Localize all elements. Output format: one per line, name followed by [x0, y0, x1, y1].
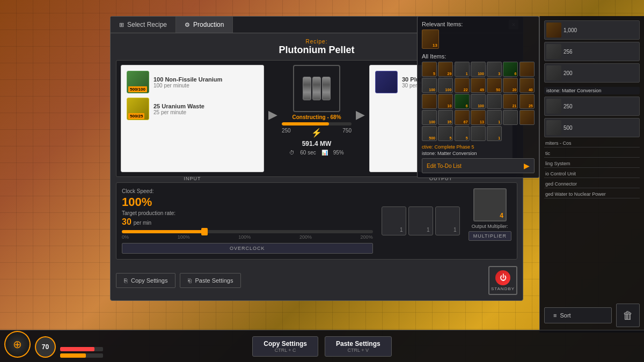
- side-item-2[interactable]: 256: [544, 42, 640, 61]
- sort-button[interactable]: ≡ Sort: [544, 307, 612, 323]
- relevant-item-1[interactable]: 13: [422, 29, 439, 49]
- side-item-3-count: 200: [564, 70, 573, 76]
- target-row: 30 per min: [122, 217, 373, 227]
- multiplier-label: Output Multiplier:: [472, 224, 508, 229]
- side-item-5[interactable]: 500: [544, 118, 640, 137]
- item-cell[interactable]: 20: [503, 78, 518, 93]
- item-cell[interactable]: 21: [503, 94, 518, 109]
- item-cell[interactable]: 25: [519, 94, 535, 109]
- constructing-label: Constructing - 68%: [292, 114, 341, 120]
- rod-3: [322, 77, 331, 100]
- overclock-button[interactable]: OVERCLOCK: [122, 243, 373, 254]
- todo-arrow-icon: ▶: [524, 161, 530, 170]
- bottom-bar: ⊕ 70 Copy Settings CTRL + C Paste Settin…: [0, 330, 644, 362]
- item-cell[interactable]: 5: [422, 62, 437, 77]
- trash-button[interactable]: 🗑: [616, 304, 640, 327]
- slider-label-100b: 100%: [238, 234, 251, 240]
- copy-settings-button[interactable]: ⎘ Copy Settings: [116, 273, 175, 288]
- item-cell[interactable]: 500: [422, 126, 437, 141]
- uranium-info: 100 Non-Fissile Uranium 100 per minute: [153, 76, 222, 88]
- tab-select-recipe[interactable]: ⊞ Select Recipe: [111, 17, 176, 33]
- item-cell[interactable]: 13: [471, 110, 486, 125]
- sort-label: Sort: [560, 312, 570, 319]
- item-cell[interactable]: 67: [455, 110, 470, 125]
- slider-container[interactable]: 0% 100% 100% 200% 200%: [122, 230, 373, 240]
- item-cell[interactable]: 10: [438, 94, 453, 109]
- item-cell[interactable]: [422, 94, 437, 109]
- standby-button[interactable]: ⏻ STANDBY: [488, 266, 517, 295]
- item-cell[interactable]: 5: [438, 126, 453, 141]
- item-cell[interactable]: 1: [487, 126, 502, 141]
- energy-bar: [60, 353, 103, 358]
- target-label: Target production rate:: [122, 210, 373, 216]
- booster-slot-1[interactable]: 1: [382, 206, 406, 235]
- target-value: 30: [122, 217, 131, 227]
- item-cell[interactable]: [519, 62, 535, 77]
- slider-label-200: 200%: [299, 234, 312, 240]
- item-cell[interactable]: 1: [455, 62, 470, 77]
- uranium-icon: 500/100: [127, 71, 149, 93]
- waste-name: 25 Uranium Waste: [153, 103, 204, 109]
- recipe-list-item-2: tic: [544, 150, 640, 158]
- item-cell[interactable]: 35: [438, 110, 453, 125]
- item-cell[interactable]: [503, 110, 518, 125]
- machine-efficiency: 95%: [333, 150, 344, 156]
- item-cell[interactable]: 49: [471, 78, 486, 93]
- item-cell[interactable]: 50: [487, 78, 502, 93]
- multiplier-box[interactable]: 4: [473, 188, 507, 221]
- slider-labels: 0% 100% 100% 200% 200%: [122, 234, 373, 240]
- side-item-1[interactable]: 1,000: [544, 20, 640, 40]
- bottom-paste-button[interactable]: Paste Settings CTRL + V: [325, 336, 392, 357]
- health-bar: [60, 347, 103, 351]
- bottom-copy-button[interactable]: Copy Settings CTRL + C: [252, 336, 318, 357]
- paste-settings-button[interactable]: ⎗ Paste Settings: [180, 273, 241, 288]
- relevant-items-label: Relevant Items:: [422, 21, 535, 27]
- item-cell[interactable]: 100: [471, 94, 486, 109]
- objective-label: ctive: Complete Phase 5: [422, 144, 535, 150]
- progress-bar: [282, 122, 352, 125]
- bottom-action-row: ⎘ Copy Settings ⎗ Paste Settings ⏻ STAND…: [116, 264, 517, 295]
- todo-section[interactable]: Edit To-Do List ▶: [422, 158, 535, 173]
- item-cell[interactable]: [519, 110, 535, 125]
- machine-efficiency-icon: 📊: [321, 150, 328, 156]
- arrow-right-icon: ▶: [356, 65, 365, 122]
- item-cell[interactable]: 5: [455, 126, 470, 141]
- copy-icon: ⎘: [124, 277, 128, 284]
- item-cell[interactable]: 6: [455, 94, 470, 109]
- slot-1-num: 1: [400, 227, 403, 233]
- hud-area: ⊕ 70: [0, 327, 107, 362]
- progress-fill: [282, 122, 329, 125]
- item-cell[interactable]: 40: [519, 78, 535, 93]
- side-item-3-icon: [546, 65, 561, 80]
- copy-label: Copy Settings: [131, 277, 167, 284]
- input-label: INPUT: [184, 176, 201, 181]
- item-cell[interactable]: 1: [487, 110, 502, 125]
- item-cell[interactable]: 29: [438, 62, 453, 77]
- output-icon: [375, 71, 398, 93]
- item-cell[interactable]: [471, 126, 486, 141]
- tab-production[interactable]: ⚙ Production: [176, 17, 233, 33]
- item-cell[interactable]: 100: [422, 110, 437, 125]
- item-cell[interactable]: [487, 94, 502, 109]
- item-cell[interactable]: 100: [422, 78, 437, 93]
- bottom-paste-shortcut: CTRL + V: [336, 348, 380, 353]
- side-item-1-count: 1,000: [564, 27, 577, 33]
- machine-icon: [293, 65, 340, 112]
- side-item-4[interactable]: 250: [544, 97, 640, 116]
- item-cell[interactable]: 22: [455, 78, 470, 93]
- recipe-list-item-4: io Control Unit: [544, 170, 640, 178]
- booster-slot-2[interactable]: 1: [408, 206, 433, 235]
- booster-slot-3[interactable]: 1: [435, 206, 460, 235]
- multiplier-button[interactable]: MULTIPLIER: [469, 231, 511, 241]
- machine-panel: Constructing - 68% 250 ⚡ 750 591.4 MW ⏱ …: [282, 65, 352, 156]
- item-cell[interactable]: 100: [438, 78, 453, 93]
- side-item-3[interactable]: 200: [544, 63, 640, 83]
- side-item-1-icon: [546, 23, 561, 38]
- item-cell[interactable]: 6: [503, 62, 518, 77]
- ingredient-waste: 500/25 25 Uranium Waste 25 per minute: [127, 98, 258, 120]
- slider-thumb[interactable]: [201, 228, 208, 235]
- multiplier-section: 4 Output Multiplier: MULTIPLIER: [469, 188, 511, 254]
- bottom-copy-shortcut: CTRL + C: [264, 348, 307, 353]
- item-cell[interactable]: 100: [471, 62, 486, 77]
- item-cell[interactable]: 3: [487, 62, 502, 77]
